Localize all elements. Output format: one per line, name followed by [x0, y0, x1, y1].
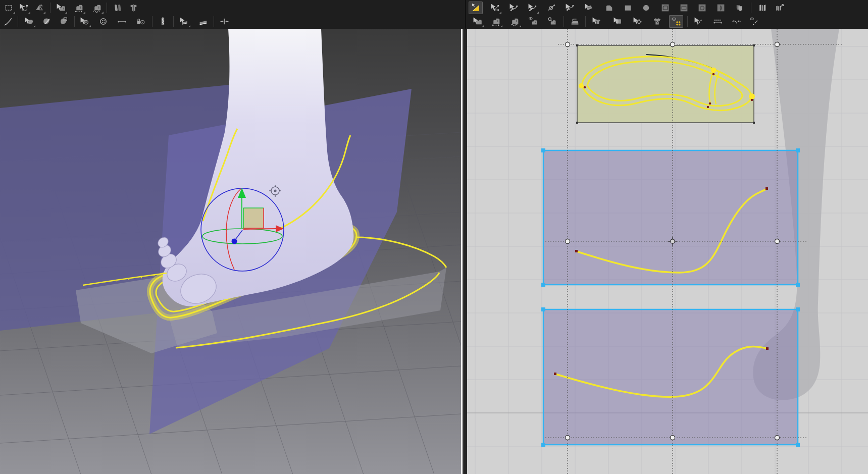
piece-select-tool-button[interactable]	[22, 15, 36, 28]
rectangle-shape-tool-button[interactable]	[621, 2, 635, 14]
pleats-export-tool-button[interactable]	[773, 2, 787, 14]
sew-seam-tool-button[interactable]	[489, 15, 503, 28]
toolbar-separator	[173, 16, 174, 27]
symmetry-pinch-tool-button[interactable]	[217, 15, 231, 28]
garment-select-tool-button[interactable]	[589, 15, 603, 28]
sew-inspect-tool-button[interactable]	[545, 15, 559, 28]
panel-divider[interactable]	[461, 29, 467, 474]
garment-stand-tool-button[interactable]	[126, 2, 140, 14]
sew-visibility-tool-button[interactable]	[526, 15, 540, 28]
stitch-seam-tool-button[interactable]	[72, 2, 86, 14]
mirror-flip-tool-button[interactable]	[32, 2, 46, 14]
toolbar-panel-split	[465, 0, 466, 29]
sole-board[interactable]	[576, 44, 755, 124]
piece-draw-tool-button[interactable]	[39, 15, 53, 28]
main-toolbar	[0, 0, 868, 29]
dropdown-corner-icon	[482, 25, 484, 27]
dropdown-corner-icon	[43, 12, 45, 14]
viewport-3d[interactable]	[0, 29, 461, 474]
curve-points-tool-button[interactable]	[525, 2, 539, 14]
polygon-outline-tool-button[interactable]	[658, 2, 672, 14]
dropdown-corner-icon	[101, 12, 104, 14]
material-roll-tool-button[interactable]	[610, 15, 625, 28]
button-tool-button[interactable]	[96, 15, 110, 28]
toolbar-separator	[214, 16, 214, 27]
fold-line-tool-button[interactable]	[469, 2, 483, 14]
zipper-tool-button[interactable]	[156, 15, 170, 28]
stitch-curve-tool-button[interactable]	[90, 2, 104, 14]
toolbar-separator	[564, 16, 564, 27]
dart-outline-tool-button[interactable]	[713, 2, 728, 14]
seam-line-tool-button[interactable]	[115, 15, 129, 28]
dropdown-corner-icon	[188, 25, 190, 27]
gizmo-plane-handle[interactable]	[243, 208, 264, 228]
measure-visibility-tool-button[interactable]	[747, 15, 761, 28]
toolbar-separator	[152, 16, 152, 27]
freeform-shape-tool-button[interactable]	[602, 2, 616, 14]
transform-tool-button[interactable]	[17, 2, 31, 14]
profile-rect-bottom[interactable]	[541, 307, 800, 447]
measure-curve-tool-button[interactable]	[729, 15, 743, 28]
circle-outline-tool-button[interactable]	[695, 2, 709, 14]
rectangle-outline-tool-button[interactable]	[677, 2, 691, 14]
toolbar-separator	[50, 3, 50, 13]
toolbar-separator	[751, 3, 751, 13]
toolbar-separator	[585, 16, 586, 27]
button-select-tool-button[interactable]	[77, 15, 91, 28]
show-points-toggle-button[interactable]	[669, 15, 683, 28]
viewport-2d[interactable]	[467, 29, 868, 474]
curve-tool-button[interactable]	[506, 2, 521, 14]
sew-select-tool-button[interactable]	[470, 15, 484, 28]
dropdown-corner-icon	[33, 25, 35, 27]
button-lock-tool-button[interactable]	[133, 15, 147, 28]
sew-curve-tool-button[interactable]	[507, 15, 522, 28]
shoe-design-app-window: { "app": { "kind": "footwear CAD workspa…	[0, 0, 868, 474]
seam-pen-tool-button[interactable]	[1, 15, 15, 28]
profile-rect-mid[interactable]	[541, 148, 800, 287]
garment-texture-tool-button[interactable]	[650, 15, 664, 28]
panel-select-tool-button[interactable]	[177, 15, 191, 28]
dropdown-corner-icon	[499, 12, 501, 14]
overlap-pieces-tool-button[interactable]	[732, 2, 746, 14]
dropdown-corner-icon	[65, 12, 67, 14]
dropdown-corner-icon	[500, 25, 502, 27]
select-points-tool-button[interactable]	[488, 2, 502, 14]
ellipse-shape-tool-button[interactable]	[639, 2, 653, 14]
toolbar-separator	[18, 16, 18, 27]
pattern-select-tool-button[interactable]	[630, 15, 644, 28]
dropdown-corner-icon	[13, 12, 15, 14]
stitch-select-tool-button[interactable]	[54, 2, 68, 14]
marquee-select-tool-button[interactable]	[2, 2, 16, 14]
iron-press-tool-button[interactable]	[568, 15, 582, 28]
pleats-tool-button[interactable]	[755, 2, 770, 14]
piece-copy-tool-button[interactable]	[56, 15, 70, 28]
dropdown-corner-icon	[89, 25, 91, 27]
measure-seam-tool-button[interactable]	[710, 15, 725, 28]
dropdown-corner-icon	[28, 12, 30, 14]
panel-tool-button[interactable]	[196, 15, 210, 28]
toolbar-separator	[74, 16, 75, 27]
curve-measure-tool-button[interactable]	[544, 2, 558, 14]
flap-tool-button[interactable]	[582, 2, 596, 14]
soles-pair-tool-button[interactable]	[110, 2, 124, 14]
toolbar-separator	[687, 16, 688, 27]
toolbar-separator	[107, 3, 107, 13]
curve-handles-tool-button[interactable]	[563, 2, 577, 14]
dropdown-corner-icon	[83, 12, 85, 14]
measure-select-tool-button[interactable]	[691, 15, 705, 28]
dropdown-corner-icon	[537, 12, 539, 14]
dropdown-corner-icon	[519, 25, 521, 27]
